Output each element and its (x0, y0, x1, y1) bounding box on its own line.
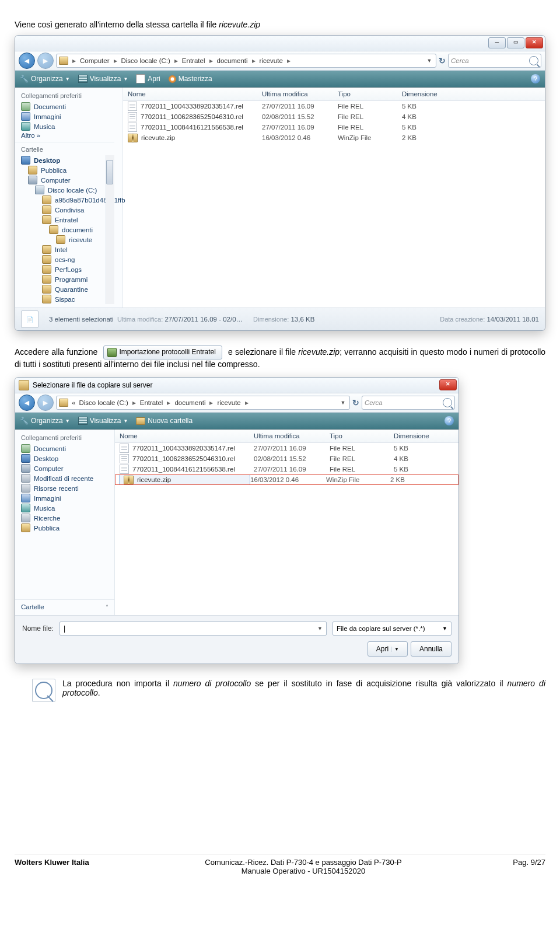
filetype-select[interactable]: File da copiare sul server (*.*)▼ (332, 622, 452, 636)
file-row[interactable]: ricevute.zip16/03/2012 0.46WinZip File2 … (123, 132, 545, 143)
filename-input[interactable]: |▼ (60, 622, 327, 636)
tree-pubblica[interactable]: Pubblica (15, 165, 114, 175)
col-type[interactable]: Tipo (338, 90, 402, 97)
crumb[interactable]: Disco locale (C:) (121, 57, 170, 64)
tree-folder[interactable]: Sispac (15, 294, 114, 304)
folders-collapse[interactable]: Cartelle˄ (15, 602, 114, 612)
tree-folder[interactable]: a95d9a87b01d481c1ffb (15, 195, 114, 205)
fav-computer[interactable]: Computer (15, 463, 114, 473)
close-button[interactable]: ✕ (526, 37, 543, 48)
open-button[interactable]: Apri▼ (368, 641, 408, 657)
folder-icon (28, 166, 37, 174)
file-row[interactable]: ricevute.zip16/03/2012 0.46WinZip File2 … (115, 474, 459, 485)
tree-computer[interactable]: Computer (15, 175, 114, 185)
crumb[interactable]: Computer (80, 57, 110, 64)
tree-folder[interactable]: Entratel (15, 215, 114, 225)
new-folder-button[interactable]: Nuova cartella (136, 417, 192, 425)
burn-button[interactable]: Masterizza (169, 75, 212, 83)
organize-menu[interactable]: 🔧Organizza▼ (20, 417, 70, 425)
file-row[interactable]: 7702011_10084416121556538.rel27/07/2011 … (115, 464, 459, 474)
crumb[interactable]: ricevute (217, 399, 240, 406)
column-headers[interactable]: Nome Ultima modifica Tipo Dimensione (115, 430, 459, 443)
views-menu[interactable]: Visualizza▼ (78, 75, 128, 83)
col-size[interactable]: Dimensione (402, 90, 545, 97)
tree-folder[interactable]: documenti (15, 225, 114, 235)
file-pane: Nome Ultima modifica Tipo Dimensione 770… (123, 88, 545, 308)
crumb[interactable]: Entratel (182, 57, 205, 64)
breadcrumb[interactable]: ▸ Computer▸ Disco locale (C:)▸ Entratel▸… (56, 54, 436, 68)
fav-recent-res[interactable]: Risorse recenti (15, 483, 114, 493)
import-protocols-button[interactable]: Importazione protocolli Entratel (103, 345, 222, 359)
crumb[interactable]: documenti (217, 57, 248, 64)
column-headers[interactable]: Nome Ultima modifica Tipo Dimensione (123, 88, 545, 101)
zip-file-icon (128, 134, 138, 142)
forward-button[interactable]: ► (37, 395, 54, 411)
tree-folder[interactable]: PerfLogs (15, 264, 114, 274)
breadcrumb[interactable]: « Disco locale (C:)▸ Entratel▸ documenti… (56, 396, 350, 410)
crumb[interactable]: documenti (174, 399, 205, 406)
folder-icon (59, 399, 68, 407)
fav-documents[interactable]: Documenti (15, 102, 114, 111)
fav-desktop[interactable]: Desktop (15, 453, 114, 463)
search-placeholder: Cerca (365, 399, 383, 406)
file-row[interactable]: 7702011_10043338920335147.rel27/07/2011 … (123, 101, 545, 111)
sidebar-scrollbar[interactable] (106, 155, 114, 304)
tree-folder[interactable]: Quarantine (15, 284, 114, 294)
file-row[interactable]: 7702011_10062836525046310.rel02/08/2011 … (123, 111, 545, 122)
file-row[interactable]: 7702011_10062836525046310.rel02/08/2011 … (115, 453, 459, 464)
crumb[interactable]: ricevute (260, 57, 283, 64)
col-date[interactable]: Ultima modifica (254, 432, 330, 439)
help-button[interactable]: ? (531, 74, 540, 83)
forward-button[interactable]: ► (37, 53, 54, 69)
rel-file-icon (128, 102, 137, 111)
fav-recent-mod[interactable]: Modificati di recente (15, 473, 114, 483)
col-date[interactable]: Ultima modifica (262, 90, 338, 97)
search-box[interactable]: Cerca (362, 396, 455, 410)
fav-images[interactable]: Immagini (15, 493, 114, 503)
tree-folder[interactable]: ocs-ng (15, 254, 114, 264)
col-name[interactable]: Nome (115, 432, 254, 439)
crumb[interactable]: Entratel (140, 399, 163, 406)
folder-icon (42, 215, 51, 224)
maximize-button[interactable]: ▭ (507, 37, 524, 48)
tree-folder[interactable]: Intel (15, 245, 114, 254)
fav-public[interactable]: Pubblica (15, 523, 114, 533)
back-button[interactable]: ◄ (19, 395, 35, 411)
file-row[interactable]: 7702011_10043338920335147.rel27/07/2011 … (115, 443, 459, 453)
cancel-button[interactable]: Annulla (411, 641, 452, 657)
refresh-button[interactable]: ↻ (439, 56, 446, 65)
open-button[interactable]: Apri (136, 74, 160, 83)
sidebar: Collegamenti preferiti Documenti Immagin… (15, 88, 123, 308)
fav-images[interactable]: Immagini (15, 111, 114, 121)
tree-folder[interactable]: Condivisa (15, 205, 114, 215)
minimize-button[interactable]: ─ (488, 37, 506, 48)
col-size[interactable]: Dimensione (394, 432, 459, 439)
computer-icon (21, 464, 30, 473)
back-button[interactable]: ◄ (19, 53, 35, 69)
search-box[interactable]: Cerca (448, 54, 541, 68)
file-row[interactable]: 7702011_10084416121556538.rel27/07/2011 … (123, 122, 545, 132)
fav-music[interactable]: Musica (15, 121, 114, 131)
tree-folder[interactable]: Programmi (15, 274, 114, 284)
views-icon (78, 417, 88, 425)
col-type[interactable]: Tipo (330, 432, 394, 439)
organize-menu[interactable]: 🔧Organizza▼ (20, 75, 70, 83)
refresh-button[interactable]: ↻ (352, 398, 359, 407)
fav-documents[interactable]: Documenti (15, 444, 114, 453)
folder-icon (42, 295, 51, 303)
search-folder-icon (21, 514, 30, 522)
views-menu[interactable]: Visualizza▼ (78, 417, 128, 425)
folder-icon (42, 275, 51, 284)
fav-search[interactable]: Ricerche (15, 513, 114, 523)
fav-more[interactable]: Altro » (15, 131, 114, 139)
selection-icon: 📄 (21, 310, 38, 328)
crumb[interactable]: Disco locale (C:) (79, 399, 128, 406)
tree-disk[interactable]: Disco locale (C:) (15, 185, 114, 195)
help-button[interactable]: ? (444, 416, 454, 425)
rel-file-icon (128, 123, 137, 132)
fav-music[interactable]: Musica (15, 503, 114, 513)
close-button[interactable]: ✕ (439, 379, 457, 390)
tree-folder[interactable]: ricevute (15, 235, 114, 245)
col-name[interactable]: Nome (123, 90, 262, 97)
tree-desktop[interactable]: Desktop (15, 155, 114, 165)
